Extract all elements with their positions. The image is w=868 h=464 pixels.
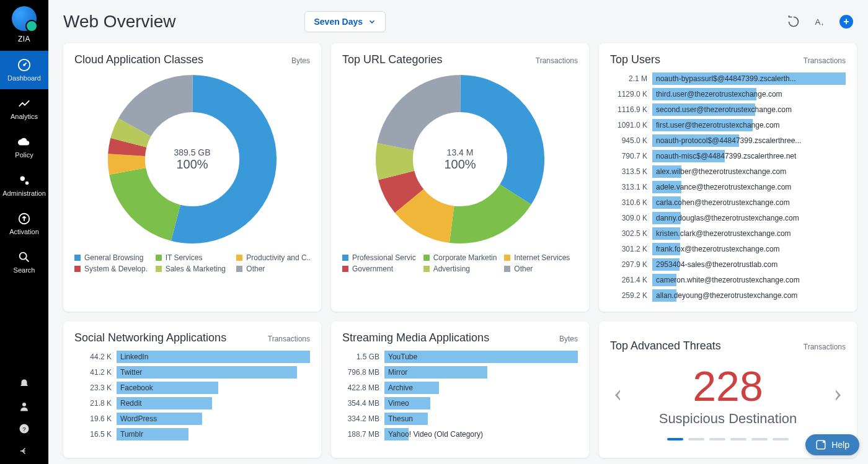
donut-center: 13.4 M 100% xyxy=(373,72,547,246)
bar-row[interactable]: 334.2 MB Thesun xyxy=(342,413,578,425)
bar-row[interactable]: 354.4 MB Vimeo xyxy=(342,397,578,409)
legend-item[interactable]: Professional Services xyxy=(342,253,416,262)
sidebar-item-dashboard[interactable]: Dashboard xyxy=(0,51,48,89)
sidebar-item-administration[interactable]: Administration xyxy=(0,166,48,204)
svg-point-5 xyxy=(20,253,27,260)
bar-label: noauth-misc$@44847399.zscalerthree.net xyxy=(656,150,796,162)
chevron-left-icon[interactable] xyxy=(610,383,625,408)
svg-text:+: + xyxy=(822,22,824,27)
bar-label: kristen.clark@thezerotrustexchange.com xyxy=(656,227,791,240)
bar-row[interactable]: 2.1 M noauth-bypassurl$@44847399.zscaler… xyxy=(610,72,846,85)
svg-point-1 xyxy=(23,64,25,66)
cloud-icon xyxy=(17,135,31,149)
legend-item[interactable]: System & Develop... xyxy=(74,265,148,273)
card-metric: Transactions xyxy=(268,335,310,343)
bar-row[interactable]: 261.4 K cameron.white@thezerotrustexchan… xyxy=(610,274,846,286)
legend-item[interactable]: Corporate Marketing xyxy=(423,253,497,262)
help-icon[interactable]: ? xyxy=(19,423,30,434)
bar-row[interactable]: 44.2 K LinkedIn xyxy=(74,351,310,363)
bar-label: WordPress xyxy=(120,413,157,425)
bar-label: carla.cohen@thezerotrustexchange.com xyxy=(656,196,790,209)
bar-row[interactable]: 313.1 K adele.vance@thezerotrustexchange… xyxy=(610,181,846,193)
bar-row[interactable]: 301.2 K frank.fox@thezerotrustexchange.c… xyxy=(610,243,846,255)
bar-list-users: 2.1 M noauth-bypassurl$@44847399.zscaler… xyxy=(610,72,846,302)
help-button[interactable]: Help xyxy=(805,434,859,455)
bar-label: allan.deyoung@thezerotrustexchange.com xyxy=(656,289,797,302)
legend-item[interactable]: Productivity and C... xyxy=(236,253,310,262)
sidebar-item-label: Policy xyxy=(15,151,33,159)
chevron-right-icon[interactable] xyxy=(831,383,846,408)
bar-row[interactable]: 19.6 K WordPress xyxy=(74,413,310,425)
bar-row[interactable]: 41.2 K Twitter xyxy=(74,366,310,379)
bar-value: 1116.9 K xyxy=(610,105,647,114)
bar-row[interactable]: 16.5 K Tumblr xyxy=(74,428,310,440)
bar-label: alex.wilber@thezerotrustexchange.com xyxy=(656,165,786,178)
add-button[interactable]: + xyxy=(839,15,853,28)
bar-row[interactable]: 309.0 K danny.douglas@thezerotrustexchan… xyxy=(610,212,846,224)
bar-value: 19.6 K xyxy=(74,414,112,423)
bar-row[interactable]: 1.5 GB YouTube xyxy=(342,351,578,363)
bar-row[interactable]: 297.9 K 2953404-sales@thezerotrustlab.co… xyxy=(610,258,846,271)
bar-row[interactable]: 1129.0 K third.user@thezerotrustexchange… xyxy=(610,88,846,100)
bar-label: third.user@thezerotrustexchange.com xyxy=(656,88,782,100)
bell-icon[interactable] xyxy=(19,379,30,390)
bar-row[interactable]: 188.7 MB Yahoo! Video (Old Category) xyxy=(342,428,578,440)
card-top-url-categories: Top URL Categories Transactions 13.4 M 1… xyxy=(331,43,589,312)
bar-value: 261.4 K xyxy=(610,276,647,284)
bar-value: 1091.0 K xyxy=(610,121,647,129)
card-title: Streaming Media Applications xyxy=(342,331,489,344)
card-metric: Bytes xyxy=(291,56,310,65)
carousel-dots[interactable] xyxy=(667,438,789,440)
bar-row[interactable]: 796.8 MB Mirror xyxy=(342,366,578,379)
bar-value: 1.5 GB xyxy=(342,352,379,361)
bar-label: 2953404-sales@thezerotrustlab.com xyxy=(656,258,777,271)
undo-icon[interactable] xyxy=(787,15,800,28)
bar-label: Yahoo! Video (Old Category) xyxy=(388,428,483,440)
bar-value: 16.5 K xyxy=(74,430,112,439)
bar-label: Archive xyxy=(388,382,413,394)
user-icon[interactable] xyxy=(19,401,30,412)
sidebar-item-activation[interactable]: Activation xyxy=(0,204,48,243)
threat-label: Suspicious Destination xyxy=(659,411,797,427)
font-size-icon[interactable]: A+ xyxy=(813,15,826,28)
bar-row[interactable]: 313.5 K alex.wilber@thezerotrustexchange… xyxy=(610,165,846,178)
bar-value: 2.1 M xyxy=(610,74,647,83)
bar-row[interactable]: 422.8 MB Archive xyxy=(342,382,578,394)
legend-item[interactable]: Internet Services xyxy=(504,253,578,262)
bar-row[interactable]: 302.5 K kristen.clark@thezerotrustexchan… xyxy=(610,227,846,240)
donut-url-cats[interactable]: 13.4 M 100% xyxy=(373,72,547,246)
legend-item[interactable]: IT Services xyxy=(156,253,229,262)
bar-row[interactable]: 1091.0 K first.user@thezerotrustexchange… xyxy=(610,119,846,131)
legend-item[interactable]: Other xyxy=(504,265,578,273)
bar-row[interactable]: 310.6 K carla.cohen@thezerotrustexchange… xyxy=(610,196,846,209)
legend-cloud-apps: General BrowsingIT ServicesProductivity … xyxy=(74,253,310,273)
legend-item[interactable]: General Browsing xyxy=(74,253,148,262)
bar-row[interactable]: 23.3 K Facebook xyxy=(74,382,310,394)
donut-pct: 100% xyxy=(444,157,476,172)
sidebar-item-analytics[interactable]: Analytics xyxy=(0,89,48,128)
bar-value: 310.6 K xyxy=(610,198,647,207)
upload-circle-icon xyxy=(17,212,31,225)
bar-label: Tumblr xyxy=(120,428,143,440)
legend-url-cats: Professional ServicesCorporate Marketing… xyxy=(342,253,578,273)
bar-row[interactable]: 1116.9 K second.user@thezerotrustexchang… xyxy=(610,103,846,116)
legend-item[interactable]: Sales & Marketing xyxy=(156,265,229,273)
bar-row[interactable]: 945.0 K noauth-protocol$@44847399.zscale… xyxy=(610,134,846,147)
collapse-icon[interactable] xyxy=(19,445,30,457)
sidebar-item-policy[interactable]: Policy xyxy=(0,128,48,166)
donut-cloud-apps[interactable]: 389.5 GB 100% xyxy=(105,72,279,246)
sidebar-item-search[interactable]: Search xyxy=(0,243,48,281)
date-range-dropdown[interactable]: Seven Days xyxy=(304,11,386,32)
bar-row[interactable]: 21.8 K Reddit xyxy=(74,397,310,409)
bar-value: 259.2 K xyxy=(610,291,647,300)
legend-item[interactable]: Government xyxy=(342,265,416,273)
bar-label: Facebook xyxy=(120,382,153,394)
legend-item[interactable]: Other xyxy=(236,265,310,273)
bar-value: 309.0 K xyxy=(610,214,647,222)
bar-row[interactable]: 790.7 K noauth-misc$@44847399.zscalerthr… xyxy=(610,150,846,162)
bar-value: 354.4 MB xyxy=(342,399,379,408)
svg-line-6 xyxy=(26,259,29,262)
legend-item[interactable]: Advertising xyxy=(423,265,497,273)
svg-marker-25 xyxy=(836,390,841,401)
bar-row[interactable]: 259.2 K allan.deyoung@thezerotrustexchan… xyxy=(610,289,846,302)
